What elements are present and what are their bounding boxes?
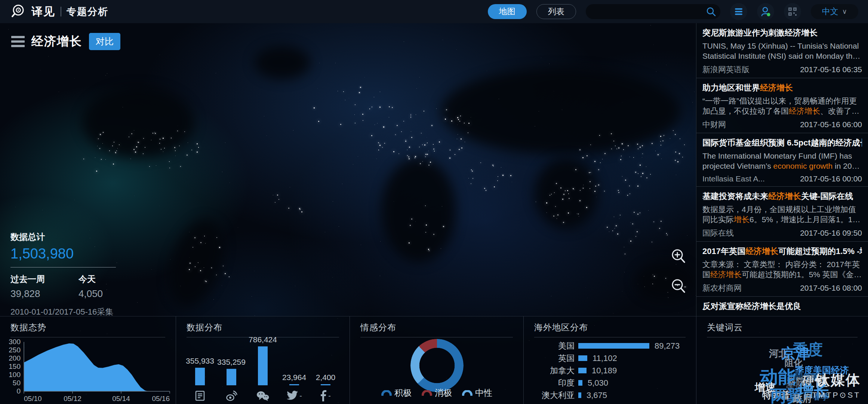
svg-text:250: 250: [9, 346, 21, 354]
news-item[interactable]: 反对派宣称经济增长是优良The excellent economic growt…: [696, 297, 868, 316]
news-source: 新浪网英语版: [702, 64, 750, 75]
distribution-bar-chart: 355,933335,259786,42423,964-2,400-: [176, 335, 350, 403]
language-select[interactable]: 中文 ∨: [811, 4, 858, 19]
news-item[interactable]: 突尼斯旅游业作为刺激经济增长TUNIS, May 15 (Xinhua) -- …: [696, 23, 868, 78]
news-list: 突尼斯旅游业作为刺激经济增长TUNIS, May 15 (Xinhua) -- …: [696, 23, 868, 316]
news-snippet-highlight: economic growth: [751, 315, 811, 316]
search-box: [586, 4, 720, 19]
tmtpost-watermark: 钛媒体 TMTP⊙ST: [812, 371, 861, 400]
svg-text:100: 100: [9, 371, 21, 379]
news-title-text: 2017年英国: [702, 247, 745, 256]
region-label: 加拿大: [524, 365, 575, 376]
news-timestamp: 2017-05-16 06:35: [800, 65, 862, 74]
app-root: 译见 专题分析 地图 列表: [0, 0, 868, 404]
user-button[interactable]: [757, 3, 774, 20]
dist-bar-微博: 335,259: [216, 358, 246, 403]
news-meta: 国际在线2017-05-16 09:50: [702, 228, 862, 238]
language-label: 中文: [822, 6, 838, 17]
dist-bar-Facebook: 2,400-: [311, 373, 341, 403]
region-hbar-chart: 美国89,273英国11,102加拿大10,189印度5,030澳大利亚3,67…: [524, 340, 696, 401]
region-label: 英国: [524, 353, 575, 364]
news-item[interactable]: 2017年英国经济增长可能超过预期的1.5% -地方文章来源： 文章类型： 内容…: [696, 242, 868, 297]
legend-arc-icon: [462, 390, 473, 396]
list-view-button[interactable]: 列表: [536, 4, 576, 19]
news-snippet-highlight: 经济增长: [710, 270, 742, 279]
news-snippet-highlight: 经济增长: [789, 107, 820, 115]
panel-sentiment: 情感分布 积极消极中性: [350, 316, 523, 404]
dist-bar-新闻: 355,933: [185, 356, 215, 403]
news-timestamp: 2017-05-16 06:00: [800, 120, 862, 129]
keyword-政府[interactable]: 政府: [793, 394, 812, 403]
qrcode-button[interactable]: [784, 3, 801, 20]
news-source: 新农村商网: [702, 283, 742, 293]
news-title: 国际货币基金组织预测 6.5pct越南的经济成长在 2017: [702, 138, 862, 149]
legend-item-中性: 中性: [462, 387, 492, 399]
region-bar: [578, 392, 581, 398]
data-summary: 数据总计 1,503,980 过去一周 39,828 今天 4,050 2010…: [10, 231, 116, 318]
news-snippet: The excellent economic growth figures fo…: [702, 314, 862, 316]
news-title-text: 助力地区和世界: [702, 83, 760, 92]
news-title-text: 反对派宣称经济增长是优良: [702, 302, 801, 311]
news-title: 反对派宣称经济增长是优良: [702, 301, 862, 312]
bar: [227, 369, 236, 385]
news-title: 突尼斯旅游业作为刺激经济增长: [702, 28, 862, 39]
total-value: 1,503,980: [10, 246, 116, 262]
news-snippet: TUNIS, May 15 (Xinhua) -- Tunisia's Nati…: [702, 41, 862, 61]
news-source: Intellasia East A...: [702, 174, 765, 183]
bar-value-label: 2,400: [316, 373, 336, 382]
news-item[interactable]: 基建投资将成未来经济增长关键-国际在线数据显示，4月份，全国规模以上工业增加值同…: [696, 187, 868, 242]
news-item[interactable]: 国际货币基金组织预测 6.5pct越南的经济成长在 2017The Intern…: [696, 133, 868, 187]
region-bar: [578, 355, 587, 361]
news-source: 国际在线: [702, 228, 734, 238]
zoom-in-button[interactable]: [670, 248, 687, 266]
summary-divider: [10, 267, 116, 267]
news-title-text: 基建投资将成未来: [702, 192, 768, 201]
news-panel: 突尼斯旅游业作为刺激经济增长TUNIS, May 15 (Xinhua) -- …: [696, 23, 868, 316]
legend-arc-icon: [381, 390, 392, 396]
news-snippet: “一带一路”倡议提出以来，贸易畅通的作用更加凸显，不仅拉动了各国经济增长、改善了…: [702, 96, 862, 116]
news-title-highlight: 经济增长: [760, 83, 793, 92]
brand-logo: 译见 专题分析: [10, 3, 108, 21]
legend-item-积极: 积极: [381, 387, 412, 399]
topic-menu-icon[interactable]: [11, 36, 25, 47]
search-input[interactable]: [586, 4, 720, 19]
news-meta: 新浪网英语版2017-05-16 06:35: [702, 64, 862, 75]
trend-area-chart: 05010015020025030005/1005/1205/1405/16: [2, 337, 173, 404]
weibo-icon: [225, 389, 237, 403]
week-value: 39,828: [10, 288, 45, 300]
dist-bar-微信: 786,424: [248, 335, 278, 403]
panel-title-rule: [534, 337, 686, 337]
news-item[interactable]: 助力地区和世界经济增长“一带一路”倡议提出以来，贸易畅通的作用更加凸显，不仅拉动…: [696, 78, 868, 133]
panel-title: 数据分布: [176, 316, 350, 337]
compare-button[interactable]: 对比: [89, 33, 120, 50]
facebook-icon: -: [320, 389, 331, 403]
svg-text:05/12: 05/12: [64, 395, 81, 403]
region-row-澳大利亚: 澳大利亚3,675: [524, 389, 696, 401]
news-timestamp: 2017-05-16 08:00: [800, 284, 862, 293]
map-zoom-controls: [670, 248, 687, 296]
map-view-button[interactable]: 地图: [488, 4, 527, 19]
news-snippet: The International Monetary Fund (IMF) ha…: [702, 151, 862, 171]
news-title: 助力地区和世界经济增长: [702, 83, 862, 94]
svg-text:150: 150: [9, 362, 21, 370]
region-value: 89,273: [655, 341, 680, 351]
zoom-out-button[interactable]: [670, 278, 687, 296]
news-title-text: 关键-国际在线: [801, 192, 853, 201]
panel-data-trend: 数据态势 05010015020025030005/1005/1205/1405…: [0, 316, 176, 404]
region-bar: [578, 343, 649, 349]
news-meta: 中财网2017-05-16 06:00: [702, 119, 862, 130]
legend-arc-icon: [421, 390, 433, 396]
watermark-brand: 钛媒体: [812, 371, 861, 390]
region-bar: [578, 368, 587, 373]
topic-title: 经济增长: [31, 33, 82, 50]
menu-button[interactable]: [730, 3, 747, 20]
bar-value-label: 786,424: [249, 335, 277, 344]
news-source: 中财网: [702, 119, 726, 130]
watermark-latin: TMTP⊙ST: [812, 391, 861, 400]
news-meta: 新农村商网2017-05-16 08:00: [702, 283, 862, 293]
svg-text:05/10: 05/10: [24, 395, 42, 403]
search-icon[interactable]: [706, 7, 716, 18]
dist-bar-Twitter: 23,964-: [279, 373, 309, 403]
svg-text:0: 0: [16, 387, 21, 395]
region-row-加拿大: 加拿大10,189: [524, 364, 696, 377]
